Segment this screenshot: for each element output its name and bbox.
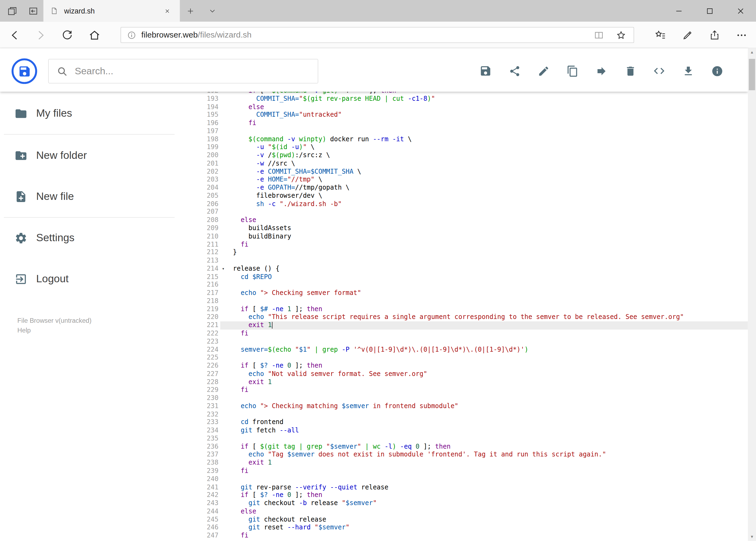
fold-marker-icon[interactable]: ▾ <box>220 265 226 273</box>
code-line[interactable]: 197 <box>193 127 748 135</box>
code-line[interactable]: 230 <box>193 394 748 402</box>
code-line[interactable]: 234 git fetch --all <box>193 427 748 435</box>
save-button[interactable] <box>479 65 492 77</box>
code-line[interactable]: 193 COMMIT_SHA="$(git rev-parse HEAD | c… <box>193 95 748 103</box>
move-button[interactable] <box>595 65 608 77</box>
scroll-down-arrow[interactable]: ▼ <box>748 533 756 541</box>
code-line[interactable]: 239 fi <box>193 467 748 475</box>
scrollbar-thumb[interactable] <box>749 59 755 90</box>
code-line[interactable]: 224 semver=$(echo "$1" | grep -P '^v(0|[… <box>193 346 748 354</box>
code-line[interactable]: 194 else <box>193 103 748 111</box>
code-line[interactable]: 203 -e HOME="//tmp" \ <box>193 176 748 184</box>
address-bar[interactable]: filebrowser.web/files/wizard.sh <box>121 27 634 43</box>
code-line[interactable]: 209 buildAssets <box>193 225 748 233</box>
code-line[interactable]: 223 <box>193 337 748 346</box>
code-line[interactable]: 206 sh -c "./wizard.sh -b" <box>193 200 748 208</box>
code-line[interactable]: 219 if [ $# -ne 1 ]; then <box>193 305 748 313</box>
code-line[interactable]: 238 exit 1 <box>193 459 748 467</box>
minimize-button[interactable] <box>663 0 694 22</box>
download-button[interactable] <box>682 65 694 77</box>
code-line[interactable]: 237 echo "Tag $semver does not exist in … <box>193 451 748 459</box>
code-line[interactable]: 192 if [ "$(command -v git)" != "" ]; th… <box>193 92 748 95</box>
code-line[interactable]: 225 <box>193 354 748 362</box>
more-button[interactable] <box>728 22 755 48</box>
code-line[interactable]: 233 cd frontend <box>193 419 748 427</box>
hub-button[interactable] <box>647 22 674 48</box>
code-line[interactable]: 220 echo "This release script requires a… <box>193 313 748 321</box>
copy-button[interactable] <box>566 65 579 77</box>
code-editor[interactable]: 192 if [ "$(command -v git)" != "" ]; th… <box>193 92 748 541</box>
code-line[interactable]: 229 fi <box>193 386 748 394</box>
code-line[interactable]: 236 if [ $(git tag | grep "$semver" | wc… <box>193 443 748 451</box>
set-tabs-aside-button[interactable] <box>1 0 23 22</box>
code-line[interactable]: 243 git checkout -b release "$semver" <box>193 499 748 507</box>
close-window-button[interactable] <box>725 0 756 22</box>
scroll-up-arrow[interactable]: ▲ <box>748 48 756 56</box>
search-input[interactable] <box>75 66 310 77</box>
delete-button[interactable] <box>624 65 636 77</box>
maximize-button[interactable] <box>694 0 725 22</box>
page-scrollbar[interactable]: ▲ ▼ <box>748 48 756 541</box>
code-line[interactable]: 204 -e GOPATH=//tmp/gopath \ <box>193 184 748 192</box>
code-line[interactable]: 208 else <box>193 216 748 225</box>
tab-close-button[interactable] <box>160 4 174 18</box>
forward-button[interactable] <box>28 22 54 48</box>
code-line[interactable]: 214▾release () { <box>193 265 748 273</box>
code-line[interactable]: 246 git reset --hard "$semver" <box>193 524 748 532</box>
app-logo[interactable] <box>12 58 37 84</box>
code-line[interactable]: 207 <box>193 208 748 216</box>
new-tab-button[interactable] <box>181 0 200 22</box>
code-line[interactable]: 195 COMMIT_SHA="untracked" <box>193 111 748 119</box>
code-line[interactable]: 212} <box>193 249 748 257</box>
code-line[interactable]: 231 echo "> Checking matching $semver in… <box>193 402 748 410</box>
refresh-button[interactable] <box>54 22 81 48</box>
code-line[interactable]: 211 fi <box>193 241 748 249</box>
home-button[interactable] <box>81 22 108 48</box>
code-line[interactable]: 213 <box>193 257 748 265</box>
tab-list-dropdown[interactable] <box>202 0 222 22</box>
code-line[interactable]: 218 <box>193 297 748 305</box>
code-button[interactable] <box>653 65 665 77</box>
code-line[interactable]: 240 <box>193 475 748 483</box>
reading-view-button[interactable] <box>590 28 608 42</box>
code-line[interactable]: 235 <box>193 435 748 443</box>
code-line[interactable]: 200 -v /$(pwd):/src:z \ <box>193 152 748 160</box>
code-line[interactable]: 210 buildBinary <box>193 233 748 241</box>
code-line[interactable]: 199 -u "$(id -u)" \ <box>193 144 748 152</box>
code-line[interactable]: 247 fi <box>193 532 748 540</box>
favorite-button[interactable] <box>613 28 630 42</box>
sidebar-item-settings[interactable]: Settings <box>0 227 183 249</box>
code-line[interactable]: 241 git rev-parse --verify --quiet relea… <box>193 483 748 491</box>
rename-button[interactable] <box>537 65 550 77</box>
code-line[interactable]: 205 filebrowser/dev \ <box>193 192 748 200</box>
code-line[interactable]: 228 exit 1 <box>193 378 748 386</box>
sidebar-item-new-folder[interactable]: New folder <box>0 144 183 166</box>
code-line[interactable]: 232 <box>193 410 748 419</box>
sidebar-item-new-file[interactable]: New file <box>0 185 183 208</box>
help-link[interactable]: Help <box>17 326 92 335</box>
web-note-button[interactable] <box>674 22 701 48</box>
code-line[interactable]: 222 fi <box>193 329 748 337</box>
code-line[interactable]: 221 exit 1 <box>193 321 748 329</box>
code-line[interactable]: 226 if [ $? -ne 0 ]; then <box>193 362 748 370</box>
search-bar[interactable] <box>48 59 318 84</box>
code-line[interactable]: 201 -w //src \ <box>193 160 748 168</box>
code-line[interactable]: 242 if [ $? -ne 0 ]; then <box>193 491 748 499</box>
browser-tab[interactable]: wizard.sh <box>44 0 180 22</box>
code-line[interactable]: 217 echo "> Checking semver format" <box>193 289 748 297</box>
share-button[interactable] <box>701 22 728 48</box>
sidebar-item-my-files[interactable]: My files <box>0 102 183 125</box>
code-line[interactable]: 216 <box>193 281 748 289</box>
code-line[interactable]: 198 $(command -v winpty) docker run --rm… <box>193 135 748 144</box>
back-button[interactable] <box>1 22 28 48</box>
tab-preview-button[interactable] <box>23 0 44 22</box>
share-button[interactable] <box>508 65 521 77</box>
code-line[interactable]: 215 cd $REPO <box>193 273 748 281</box>
code-line[interactable]: 202 -e COMMIT_SHA=$COMMIT_SHA \ <box>193 168 748 176</box>
code-line[interactable]: 227 echo "Not valid semver format. See s… <box>193 370 748 378</box>
code-line[interactable]: 244 else <box>193 507 748 516</box>
sidebar-item-logout[interactable]: Logout <box>0 268 183 290</box>
info-button[interactable] <box>711 65 723 77</box>
code-line[interactable]: 245 git checkout release <box>193 516 748 524</box>
code-line[interactable]: 196 fi <box>193 119 748 127</box>
